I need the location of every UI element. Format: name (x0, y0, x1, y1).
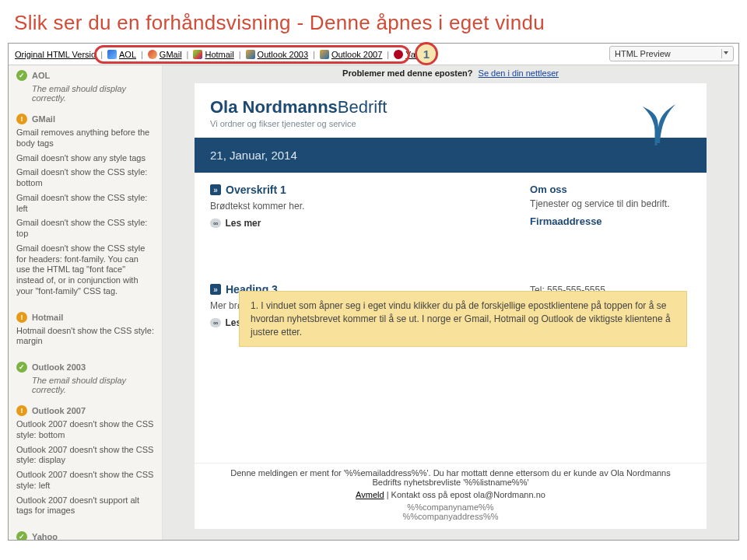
sidebar-heading-outlook-2003: Outlook 2003 (32, 362, 86, 372)
outlook-2003-icon (246, 50, 255, 59)
sidebar-heading-hotmail: Hotmail (32, 313, 63, 322)
sidebar-issue: Hotmail doesn't show the CSS style: marg… (16, 326, 154, 348)
problem-banner: Problemer med denne eposten? Se den i di… (163, 65, 738, 78)
sidebar-issue: Gmail doesn't show the CSS style for hea… (16, 243, 154, 297)
view-in-browser-link[interactable]: Se den i din nettleser (479, 68, 559, 78)
status-warn-icon: ! (16, 405, 27, 416)
brand-subtitle: Vi ordner og fikser tjenester og service (210, 119, 691, 128)
sidebar-issue: Gmail removes anything before the body t… (16, 128, 154, 149)
newsletter-paragraph: Brødtekst kommer her. (210, 201, 516, 212)
sidebar-issue: Gmail doesn't show the CSS style: top (16, 218, 154, 240)
sidebar-issue: Gmail doesn't show any style tags (16, 153, 154, 164)
tab-aol[interactable]: AOL (107, 50, 136, 59)
status-warn-icon: ! (16, 114, 27, 124)
step-badge: 1 (415, 42, 438, 65)
tab-gmail[interactable]: GMail (148, 50, 182, 59)
status-ok-icon: ✓ (16, 70, 27, 81)
client-tab-bar: Original HTML Versio | AOL | GMail | Hot… (9, 44, 738, 65)
sidebar-note: The email should display correctly. (32, 376, 154, 394)
preview-window: Original HTML Versio | AOL | GMail | Hot… (8, 43, 739, 541)
read-more-link[interactable]: ∞Les mer (210, 218, 516, 229)
tab-hotmail[interactable]: Hotmail (193, 50, 233, 59)
newsletter-footer: Denne meldingen er ment for '%%emailaddr… (195, 463, 707, 529)
instruction-callout: 1. I vinduet som åpner seg i eget vindu … (239, 291, 687, 347)
aside-paragraph: Tjenester og service til din bedrift. (530, 198, 691, 209)
sidebar-issue: Gmail doesn't show the CSS style: left (16, 193, 154, 215)
sidebar-issue: Outlook 2007 doesn't show the CSS style:… (16, 445, 154, 467)
link-icon: ∞ (210, 318, 221, 327)
preview-mode-select[interactable]: HTML Preview (609, 46, 734, 61)
unsubscribe-link[interactable]: Avmeld (356, 490, 384, 499)
leaf-icon (629, 93, 683, 147)
status-ok-icon: ✓ (16, 362, 27, 373)
brand-name: Ola NordmannsBedrift (210, 97, 691, 117)
sidebar-note: The email should display correctly. (32, 84, 154, 103)
tab-original-html[interactable]: Original HTML Versio (15, 50, 96, 59)
sidebar-issue: Gmail doesn't show the CSS style: bottom (16, 167, 154, 189)
link-icon: ∞ (210, 219, 221, 228)
status-ok-icon: ✓ (16, 531, 27, 540)
contact-text: Kontakt oss på epost ola@Nordmann.no (391, 490, 545, 499)
status-warn-icon: ! (16, 312, 27, 323)
sidebar-issue: Outlook 2007 doesn't show the CSS style:… (16, 470, 154, 492)
newsletter-heading-1: Overskrift 1 (226, 184, 286, 196)
tab-outlook-2007[interactable]: Outlook 2007 (320, 50, 382, 59)
tab-outlook-2003[interactable]: Outlook 2003 (246, 50, 308, 59)
sidebar-heading-yahoo: Yahoo (32, 532, 58, 540)
company-placeholder: %%companyname%% (218, 502, 683, 512)
compatibility-sidebar: ✓AOL The email should display correctly.… (9, 65, 163, 540)
sidebar-heading-aol: AOL (32, 71, 50, 80)
outlook-2007-icon (320, 50, 329, 59)
yahoo-icon (394, 50, 403, 59)
page-title: Slik ser du en forhåndsvisning - Denne å… (0, 0, 747, 43)
chevron-right-icon: » (210, 284, 221, 295)
aol-icon (107, 50, 117, 59)
chevron-down-icon (724, 51, 728, 54)
sidebar-issue: Outlook 2007 doesn't support alt tags fo… (16, 495, 154, 517)
aside-heading-address: Firmaaddresse (530, 215, 691, 227)
chevron-right-icon: » (210, 184, 221, 195)
address-placeholder: %%companyaddress%% (218, 512, 683, 521)
sidebar-heading-outlook-2007: Outlook 2007 (32, 406, 86, 415)
aside-heading-about: Om oss (530, 184, 691, 195)
sidebar-heading-gmail: GMail (32, 114, 55, 124)
sidebar-issue: Outlook 2007 doesn't show the CSS style:… (16, 419, 154, 441)
hotmail-icon (193, 50, 202, 59)
gmail-icon (148, 50, 157, 59)
